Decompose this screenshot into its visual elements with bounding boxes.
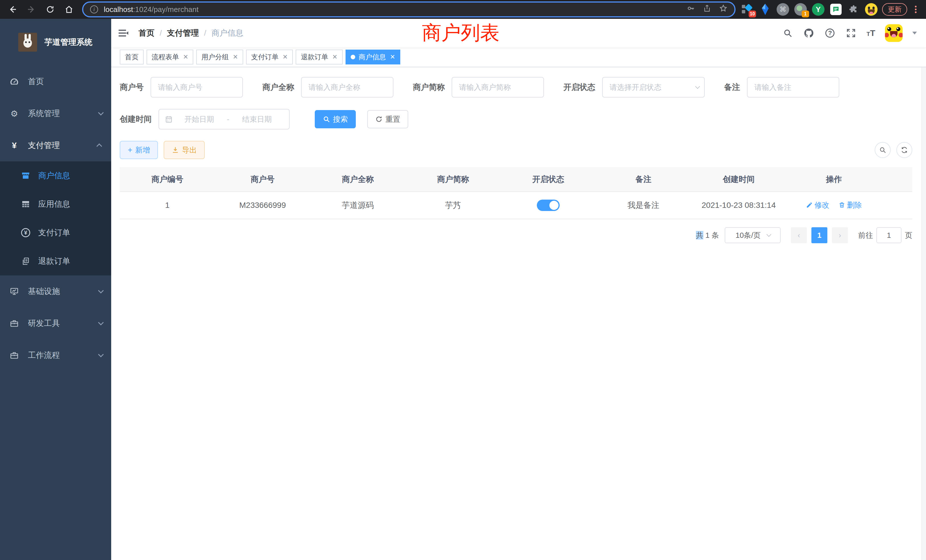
refresh-button[interactable] — [896, 142, 912, 158]
search-button[interactable]: 搜索 — [315, 110, 356, 128]
sidebar-item-system[interactable]: ⚙ 系统管理 — [0, 97, 111, 129]
sidebar-item-infra[interactable]: 基础设施 — [0, 275, 111, 307]
cell-filler — [882, 192, 912, 219]
home-icon[interactable] — [63, 4, 75, 15]
sidebar-item-refund-order[interactable]: 退款订单 — [0, 247, 111, 275]
sidebar-item-home[interactable]: 首页 — [0, 65, 111, 97]
pagination-goto: 前往 页 — [858, 227, 912, 243]
sidebar-item-merchant-info[interactable]: 商户信息 — [0, 161, 111, 190]
page-size-select[interactable]: 10条/页 — [725, 227, 781, 243]
breadcrumb-pay[interactable]: 支付管理 — [167, 28, 199, 38]
page-scrollbar[interactable] — [921, 19, 926, 560]
tab-refund-order[interactable]: 退款订单✕ — [296, 50, 342, 64]
page-number-button[interactable]: 1 — [811, 227, 828, 243]
refresh-icon — [900, 146, 908, 154]
app-logo[interactable]: 芋道管理系统 — [0, 19, 111, 65]
short-name-input[interactable] — [452, 77, 544, 97]
sidebar-submenu-pay: 商户信息 应用信息 ¥ 支付订单 退款订单 — [0, 161, 111, 275]
reset-button[interactable]: 重置 — [367, 110, 408, 128]
key-icon[interactable] — [687, 4, 695, 15]
question-icon[interactable]: ? — [824, 27, 836, 39]
status-select[interactable]: 请选择开启状态 — [602, 77, 705, 97]
goto-label: 前往 — [858, 230, 873, 241]
github-icon[interactable] — [803, 27, 814, 39]
close-icon[interactable]: ✕ — [332, 53, 337, 61]
sidebar-item-dev-tools[interactable]: 研发工具 — [0, 307, 111, 339]
close-icon[interactable]: ✕ — [233, 53, 238, 61]
annotation-merchant-list: 商户列表 — [422, 20, 499, 46]
avatar[interactable] — [885, 24, 903, 42]
col-merchant-id: 商户编号 — [120, 167, 215, 192]
browser-menu-icon[interactable] — [912, 4, 920, 15]
full-name-input[interactable] — [301, 77, 393, 97]
browser-toolbar: i localhost:1024/pay/merchant 10 — [0, 0, 926, 19]
star-icon[interactable] — [719, 4, 728, 15]
goto-unit: 页 — [905, 230, 912, 241]
dashboard-icon — [10, 77, 19, 86]
search-icon[interactable] — [782, 27, 793, 39]
extension-diamond-icon[interactable]: 10 — [741, 3, 754, 16]
reload-icon[interactable] — [44, 4, 56, 15]
remark-input[interactable] — [747, 77, 839, 97]
create-time-range-picker[interactable]: 开始日期 - 结束日期 — [159, 109, 290, 129]
sidebar-item-label: 支付订单 — [38, 227, 70, 238]
monitor-icon — [10, 287, 19, 296]
show-search-button[interactable] — [875, 142, 891, 158]
delete-link[interactable]: 删除 — [838, 200, 862, 210]
col-short-name: 商户简称 — [406, 167, 501, 192]
tab-pay-order[interactable]: 支付订单✕ — [246, 50, 293, 64]
sidebar-item-pay[interactable]: ¥ 支付管理 — [0, 129, 111, 161]
extension-emoji-icon[interactable] — [865, 3, 878, 16]
info-icon[interactable]: i — [90, 5, 98, 14]
sidebar-item-label: 首页 — [28, 76, 44, 87]
sidebar-item-label: 应用信息 — [38, 199, 70, 210]
caret-down-icon[interactable] — [912, 32, 917, 35]
close-icon[interactable]: ✕ — [283, 53, 287, 61]
close-icon[interactable]: ✕ — [183, 53, 188, 61]
close-icon[interactable]: ✕ — [390, 53, 395, 61]
tab-user-group[interactable]: 用户分组✕ — [196, 50, 243, 64]
edit-link[interactable]: 修改 — [806, 200, 829, 210]
extension-chat-icon[interactable] — [830, 3, 842, 16]
calendar-icon — [165, 115, 173, 123]
browser-update-button[interactable]: 更新 — [882, 3, 907, 16]
url-path: :1024/pay/merchant — [133, 5, 199, 14]
forward-icon[interactable] — [26, 4, 37, 15]
status-toggle[interactable] — [537, 200, 560, 211]
sidebar-item-pay-order[interactable]: ¥ 支付订单 — [0, 218, 111, 247]
address-bar[interactable]: i localhost:1024/pay/merchant — [82, 2, 735, 17]
next-page-button[interactable]: › — [832, 227, 848, 243]
tab-home[interactable]: 首页 — [120, 50, 144, 64]
breadcrumb-separator: / — [160, 29, 162, 38]
export-button[interactable]: 导出 — [163, 141, 205, 159]
chevron-up-icon — [96, 144, 102, 149]
table-row: 1 M233666999 芋道源码 芋艿 我是备注 2021-10-23 08:… — [120, 192, 912, 219]
goto-page-input[interactable] — [876, 227, 902, 243]
extension-puzzle-icon[interactable] — [847, 3, 860, 16]
prev-page-button[interactable]: ‹ — [791, 227, 807, 243]
tags-view-bar: 首页 流程表单✕ 用户分组✕ 支付订单✕ 退款订单✕ 商户信息✕ — [111, 47, 926, 67]
merchant-no-input[interactable] — [151, 77, 243, 97]
font-size-icon[interactable]: TT — [866, 28, 875, 38]
extension-badge: 1 — [802, 11, 809, 17]
tab-merchant-info[interactable]: 商户信息✕ — [345, 50, 400, 64]
back-icon[interactable] — [7, 4, 18, 15]
briefcase-icon — [10, 351, 19, 360]
breadcrumb-home[interactable]: 首页 — [139, 28, 154, 38]
share-icon[interactable] — [703, 4, 711, 15]
sidebar-item-app-info[interactable]: 应用信息 — [0, 190, 111, 218]
extension-command-icon[interactable]: ⌘ — [776, 3, 789, 16]
fullscreen-icon[interactable] — [845, 27, 857, 39]
filter-full-name: 商户全称 — [262, 77, 393, 97]
content: 商户号 商户全称 商户简称 开启状态 请选择开启状态 — [111, 67, 926, 243]
hamburger-icon[interactable] — [117, 27, 129, 39]
extension-kite-icon[interactable] — [759, 3, 772, 16]
sidebar-item-workflow[interactable]: 工作流程 — [0, 339, 111, 371]
chevron-down-icon — [98, 351, 104, 357]
extension-meet-icon[interactable]: 1 — [794, 3, 807, 16]
cell-merchant-id: 1 — [120, 192, 215, 219]
url-host: localhost — [104, 5, 133, 14]
tab-process-form[interactable]: 流程表单✕ — [147, 50, 193, 64]
extension-y-icon[interactable]: Y — [812, 3, 825, 16]
add-button[interactable]: + 新增 — [120, 141, 158, 159]
